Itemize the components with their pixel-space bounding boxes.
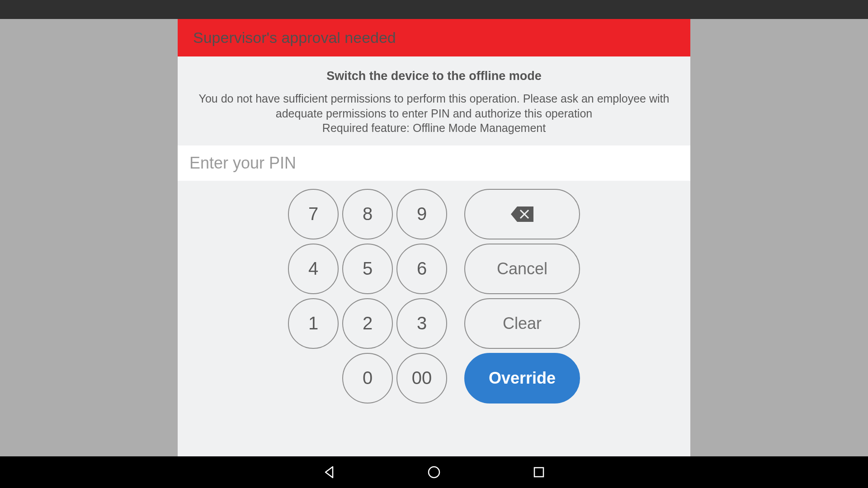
- svg-rect-1: [534, 468, 543, 477]
- back-icon[interactable]: [322, 465, 336, 479]
- dialog-header-title: Supervisor's approval needed: [193, 29, 675, 47]
- keypad-row-3: 1 2 3 Clear: [288, 298, 580, 349]
- key-3[interactable]: 3: [396, 298, 447, 349]
- dialog-header: Supervisor's approval needed: [178, 19, 690, 56]
- svg-point-0: [429, 467, 439, 478]
- supervisor-approval-dialog: Supervisor's approval needed Switch the …: [178, 19, 690, 456]
- dialog-message-line1: You do not have sufficient permissions t…: [199, 92, 670, 105]
- keypad-row-4: 0 00 Override: [288, 353, 580, 404]
- keypad-row-2: 4 5 6 Cancel: [288, 244, 580, 294]
- recent-apps-icon[interactable]: [532, 465, 546, 479]
- pin-input-placeholder: Enter your PIN: [189, 154, 679, 173]
- dialog-title: Switch the device to the offline mode: [196, 69, 672, 83]
- override-button[interactable]: Override: [464, 353, 580, 404]
- dialog-message: You do not have sufficient permissions t…: [196, 91, 672, 136]
- key-6[interactable]: 6: [396, 244, 447, 294]
- main-area: Supervisor's approval needed Switch the …: [0, 19, 868, 456]
- key-7[interactable]: 7: [288, 189, 339, 239]
- navigation-bar: [0, 456, 868, 488]
- dialog-message-line3: Required feature: Offline Mode Managemen…: [322, 122, 546, 134]
- key-4[interactable]: 4: [288, 244, 339, 294]
- pin-input[interactable]: Enter your PIN: [178, 145, 690, 181]
- key-5[interactable]: 5: [342, 244, 393, 294]
- backspace-button[interactable]: [464, 189, 580, 239]
- home-icon[interactable]: [427, 465, 441, 479]
- key-8[interactable]: 8: [342, 189, 393, 239]
- key-9[interactable]: 9: [396, 189, 447, 239]
- key-2[interactable]: 2: [342, 298, 393, 349]
- status-bar: [0, 0, 868, 19]
- key-00[interactable]: 00: [396, 353, 447, 404]
- clear-button[interactable]: Clear: [464, 298, 580, 349]
- keypad: 7 8 9 4 5 6 Cancel: [178, 181, 690, 408]
- keypad-grid: 7 8 9 4 5 6 Cancel: [288, 189, 580, 408]
- cancel-button[interactable]: Cancel: [464, 244, 580, 294]
- dialog-body: Switch the device to the offline mode Yo…: [178, 56, 690, 145]
- key-1[interactable]: 1: [288, 298, 339, 349]
- backspace-icon: [511, 206, 533, 222]
- dialog-message-line2: adequate permissions to enter PIN and au…: [276, 107, 592, 120]
- key-0[interactable]: 0: [342, 353, 393, 404]
- keypad-row-1: 7 8 9: [288, 189, 580, 239]
